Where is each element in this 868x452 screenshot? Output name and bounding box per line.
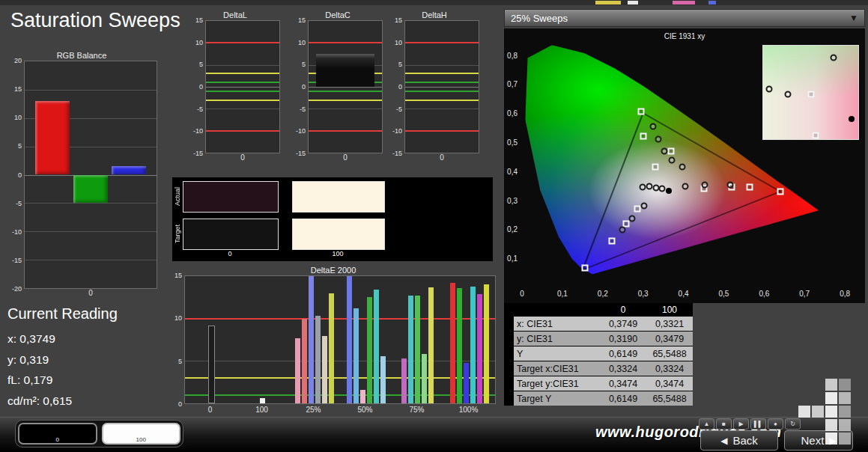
top-strip-fragment xyxy=(595,1,621,4)
table-gutter xyxy=(504,361,514,376)
transport-buttons: ▲■▶▌▌●↻ xyxy=(699,418,801,430)
table-row-label: Target Y xyxy=(514,391,600,406)
reference-line xyxy=(206,91,279,92)
deltae-bar xyxy=(408,296,413,403)
reference-line xyxy=(405,100,479,101)
patch-swatch-bar: 0 100 xyxy=(15,420,183,448)
cie-point-measure xyxy=(650,123,657,129)
y-tick-label: 0 xyxy=(18,171,22,179)
x-tick-label: 25% xyxy=(306,406,321,414)
y-tick-label: 0 xyxy=(178,400,182,408)
x-tick-label: 100% xyxy=(459,406,479,414)
top-strip-fragment xyxy=(673,1,695,4)
y-tick-label: 10 xyxy=(395,39,402,46)
table-row: x: CIE310,37490,3321 xyxy=(504,317,693,331)
cie-inset-point-measure xyxy=(765,85,772,92)
stop-button[interactable]: ■ xyxy=(716,418,732,430)
deltae-bar xyxy=(367,297,372,403)
eject-button[interactable]: ▲ xyxy=(699,418,714,430)
table-cell-0: 0,3474 xyxy=(600,376,646,391)
y-tick-label: -10 xyxy=(193,127,203,135)
reference-line xyxy=(309,42,382,43)
y-tick-label: 0,1 xyxy=(507,254,518,263)
chart-title: DeltaE 2000 xyxy=(171,266,496,275)
record-button[interactable]: ● xyxy=(768,418,783,430)
table-row-label: y: CIE31 xyxy=(514,332,600,346)
low-patch-button[interactable]: 0 xyxy=(18,423,97,445)
table-row: Y0,614965,5488 xyxy=(504,346,693,361)
delta-c-plot xyxy=(308,20,383,153)
target-high-patch xyxy=(292,219,385,250)
app-window: Saturation Sweeps RGB Balance 20151050-5… xyxy=(0,0,868,452)
y-tick-label: 15 xyxy=(174,272,182,279)
row-label-actual: Actual xyxy=(173,181,181,211)
cie-point-target xyxy=(608,237,615,244)
cie-point-target xyxy=(634,206,640,213)
y-tick-label: 15 xyxy=(395,16,402,24)
chart-title: DeltaC xyxy=(293,10,383,20)
table-row: Target y:CIE310,34740,3474 xyxy=(504,376,693,391)
cie-point-target xyxy=(581,264,588,271)
chevron-down-icon: ▼ xyxy=(849,13,858,23)
sweep-selector-label: 25% Sweeps xyxy=(511,13,568,24)
deltae-bar xyxy=(464,363,469,403)
cie-inset-point-target xyxy=(807,91,814,98)
table-row-label: Y xyxy=(514,346,600,361)
cie-point-target xyxy=(637,109,644,115)
back-button[interactable]: ◀ Back xyxy=(700,430,778,451)
reference-line xyxy=(206,42,279,43)
y-axis-labels: 20151050-5-10-15-20 xyxy=(6,61,24,289)
table-header-100: 100 xyxy=(646,305,693,315)
y-tick-label: 5 xyxy=(18,142,22,150)
hugorodriguez-pixel-logo xyxy=(798,379,855,449)
deltae-bar xyxy=(380,356,386,403)
patch-column-label: 100 xyxy=(292,250,383,257)
cie-point-measure xyxy=(701,182,708,189)
reference-line xyxy=(185,394,495,396)
y-tick-label: 5 xyxy=(398,61,402,68)
table-cell-100: 65,5488 xyxy=(646,391,693,406)
deltae-bar xyxy=(315,316,321,403)
deltae-bar xyxy=(347,276,352,403)
y-tick-label: -15 xyxy=(12,257,22,264)
y-tick-label: -10 xyxy=(392,127,402,135)
x-tick-label: 50% xyxy=(357,406,372,414)
reference-line xyxy=(309,91,382,92)
play-button[interactable]: ▶ xyxy=(733,418,749,430)
chart-title: DeltaH xyxy=(389,10,479,20)
delta-l-chart: DeltaL 151050-5-10-15 0 xyxy=(190,10,280,168)
table-cell-0: 0,6149 xyxy=(600,391,646,406)
deltae-bar xyxy=(484,284,489,403)
table-gutter xyxy=(504,317,514,331)
table-cell-0: 0,3324 xyxy=(600,361,646,376)
sweep-selector-dropdown[interactable]: 25% Sweeps ▼ xyxy=(504,9,865,27)
table-gutter xyxy=(504,346,514,361)
green-bar xyxy=(73,175,108,204)
cie-inset-point-dot xyxy=(849,116,855,122)
y-axis-labels: 0,80,70,60,50,40,30,20,1 xyxy=(504,43,520,287)
cie-point-target xyxy=(652,163,658,170)
table-cell-100: 0,3321 xyxy=(646,317,693,331)
cie-point-measure xyxy=(646,183,652,190)
table-cell-100: 65,5488 xyxy=(646,346,693,361)
gridline xyxy=(206,109,279,109)
y-tick-label: 5 xyxy=(178,358,182,365)
x-tick-label: 0 xyxy=(240,153,245,162)
y-tick-label: 0,8 xyxy=(507,51,518,59)
y-tick-label: 0,4 xyxy=(507,167,518,175)
high-patch-button[interactable]: 100 xyxy=(102,423,181,445)
y-tick-label: -10 xyxy=(296,127,306,135)
y-tick-label: 0 xyxy=(199,83,203,91)
table-gutter xyxy=(504,391,514,406)
gridline xyxy=(405,109,479,109)
reference-line xyxy=(309,100,382,101)
cie-point-measure xyxy=(679,163,686,170)
red-bar xyxy=(35,101,70,174)
patch-column-label: 0 xyxy=(183,250,277,257)
deltae-bar xyxy=(374,290,379,403)
table-row: Target x:CIE310,33240,3324 xyxy=(504,361,693,376)
reference-line xyxy=(206,82,279,83)
cie-chart-panel: CIE 1931 xy 0,80,70,60,50,40,30,20,1 xyxy=(504,28,865,303)
pause-button[interactable]: ▌▌ xyxy=(750,418,766,430)
y-tick-label: 20 xyxy=(14,57,22,64)
